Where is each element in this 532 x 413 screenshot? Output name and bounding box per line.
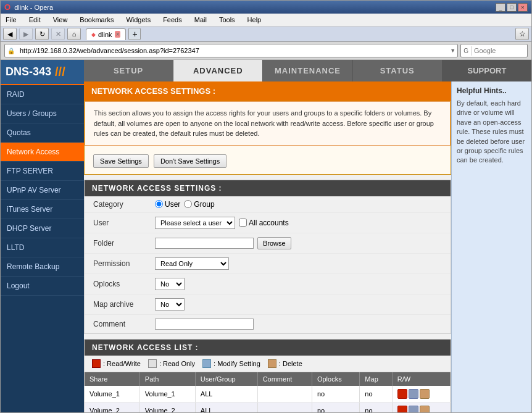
sidebar-item-logout[interactable]: Logout — [1, 277, 84, 296]
tab-setup[interactable]: SETUP — [84, 60, 173, 81]
help-title: Helpful Hints.. — [457, 86, 526, 95]
tab-close-button[interactable]: × — [115, 31, 121, 38]
sidebar-item-lltd[interactable]: LLTD — [1, 238, 84, 257]
legend-mod-label: : Modify Setting — [214, 360, 260, 367]
all-accounts-checkbox[interactable] — [239, 219, 247, 227]
address-bar[interactable]: 🔒 ▼ — [4, 44, 458, 57]
legend-ro-label: : Read Only — [159, 360, 195, 367]
app-container: DNS-343 /// RAID Users / Groups Quotas N… — [1, 60, 531, 412]
cell-map: no — [360, 402, 392, 412]
menu-mail[interactable]: Mail — [192, 15, 209, 25]
folder-input[interactable] — [155, 238, 254, 249]
cell-oplocks: no — [312, 402, 359, 412]
delete-icon[interactable] — [420, 389, 430, 399]
group-radio-label[interactable]: Group — [184, 200, 214, 209]
title-bar-left: O dlink - Opera — [4, 2, 53, 12]
maximize-button[interactable]: □ — [507, 3, 517, 12]
comment-row: Comment — [85, 315, 451, 333]
legend-ro: : Read Only — [148, 359, 195, 368]
all-accounts-label[interactable]: All accounts — [239, 219, 289, 227]
tab-status[interactable]: STATUS — [353, 60, 443, 81]
bookmark-button[interactable]: ☆ — [515, 28, 529, 40]
reload-button[interactable]: ↻ — [35, 28, 49, 40]
menu-help[interactable]: Help — [245, 15, 264, 25]
menu-feeds[interactable]: Feeds — [160, 15, 185, 25]
help-text: By default, each hard drive or volume wi… — [457, 99, 526, 165]
legend-rw: : Read/Write — [92, 359, 141, 368]
stop-button[interactable]: ✕ — [51, 28, 65, 40]
save-settings-button[interactable]: Save Settings — [93, 154, 149, 168]
rw-icon[interactable] — [397, 406, 407, 413]
browser-window: O dlink - Opera _ □ × File Edit View Boo… — [0, 0, 532, 413]
forward-button[interactable]: ▶ — [19, 28, 33, 40]
menu-bookmarks[interactable]: Bookmarks — [77, 15, 116, 25]
menu-edit[interactable]: Edit — [27, 15, 43, 25]
new-tab-button[interactable]: + — [128, 28, 141, 40]
section-buttons: Save Settings Don't Save Settings — [85, 151, 451, 174]
tab-maintenance[interactable]: MAINTENANCE — [263, 60, 352, 81]
user-label: User — [93, 219, 155, 227]
user-radio[interactable] — [155, 200, 163, 208]
sidebar-item-dhcp-server[interactable]: DHCP Server — [1, 219, 84, 238]
menu-tools[interactable]: Tools — [217, 15, 238, 25]
sidebar-item-itunes-server[interactable]: iTunes Server — [1, 200, 84, 219]
cell-actions — [392, 386, 450, 403]
dont-save-settings-button[interactable]: Don't Save Settings — [154, 154, 227, 168]
table-row: Volume_1 Volume_1 ALL no no — [85, 386, 451, 403]
permission-select[interactable]: Read Only Read/Write — [155, 257, 229, 270]
content-area: NETWORK ACCESS SETTINGS : This section a… — [84, 81, 531, 412]
oplocks-label: Oplocks — [93, 280, 155, 288]
oplocks-select[interactable]: No Yes — [155, 278, 185, 290]
group-radio-text: Group — [194, 200, 214, 209]
minimize-button[interactable]: _ — [496, 3, 505, 12]
legend-del-icon — [268, 359, 276, 368]
sidebar-item-upnp-av-server[interactable]: UPnP AV Server — [1, 181, 84, 200]
edit-icon[interactable] — [409, 389, 418, 399]
url-dropdown-button[interactable]: ▼ — [448, 48, 457, 54]
search-input[interactable] — [472, 46, 527, 56]
map-archive-label: Map archive — [93, 300, 155, 309]
cell-share: Volume_1 — [85, 386, 139, 403]
menu-view[interactable]: View — [51, 15, 70, 25]
section-header: NETWORK ACCESS SETTINGS : — [84, 81, 451, 101]
category-control: User Group — [155, 200, 215, 209]
menu-file[interactable]: File — [3, 15, 19, 25]
cell-actions — [392, 402, 450, 412]
legend-del: : Delete — [268, 359, 302, 368]
sidebar-item-network-access[interactable]: Network Access — [1, 143, 84, 162]
comment-input[interactable] — [155, 319, 254, 330]
top-nav: SETUP ADVANCED MAINTENANCE STATUS SUPPOR… — [84, 60, 531, 81]
section-header-text: NETWORK ACCESS SETTINGS : — [91, 86, 215, 96]
logo-slash: /// — [55, 65, 65, 79]
browser-tab[interactable]: ◆ dlink × — [86, 28, 126, 40]
sidebar-item-users-groups[interactable]: Users / Groups — [1, 104, 84, 123]
user-radio-text: User — [165, 200, 180, 209]
map-archive-control: No Yes — [155, 298, 185, 311]
access-list-header: NETWORK ACCESS LIST : — [85, 340, 451, 356]
group-radio[interactable] — [184, 200, 192, 208]
tab-advanced[interactable]: ADVANCED — [173, 60, 263, 81]
user-row: User Please select a user All accounts — [85, 213, 451, 233]
sidebar: DNS-343 /// RAID Users / Groups Quotas N… — [1, 60, 84, 412]
user-radio-label[interactable]: User — [155, 200, 180, 209]
url-input[interactable] — [17, 46, 448, 56]
sidebar-item-raid[interactable]: RAID — [1, 85, 84, 104]
map-archive-row: Map archive No Yes — [85, 294, 451, 315]
back-button[interactable]: ◀ — [3, 28, 17, 40]
legend-mod: : Modify Setting — [202, 359, 260, 368]
edit-icon[interactable] — [409, 406, 418, 413]
rw-icon[interactable] — [397, 389, 407, 399]
map-archive-select[interactable]: No Yes — [155, 298, 185, 311]
close-button[interactable]: × — [518, 3, 528, 12]
menu-widgets[interactable]: Widgets — [123, 15, 153, 25]
delete-icon[interactable] — [420, 406, 430, 413]
home-button[interactable]: ⌂ — [67, 28, 81, 40]
sidebar-item-remote-backup[interactable]: Remote Backup — [1, 257, 84, 277]
search-engine-icon: G — [461, 46, 472, 56]
user-select[interactable]: Please select a user — [155, 217, 235, 229]
sidebar-item-ftp-server[interactable]: FTP SERVER — [1, 162, 84, 181]
tab-support[interactable]: SUPPORT — [443, 60, 531, 81]
oplocks-control: No Yes — [155, 278, 185, 290]
sidebar-item-quotas[interactable]: Quotas — [1, 123, 84, 143]
browse-button[interactable]: Browse — [257, 237, 291, 249]
